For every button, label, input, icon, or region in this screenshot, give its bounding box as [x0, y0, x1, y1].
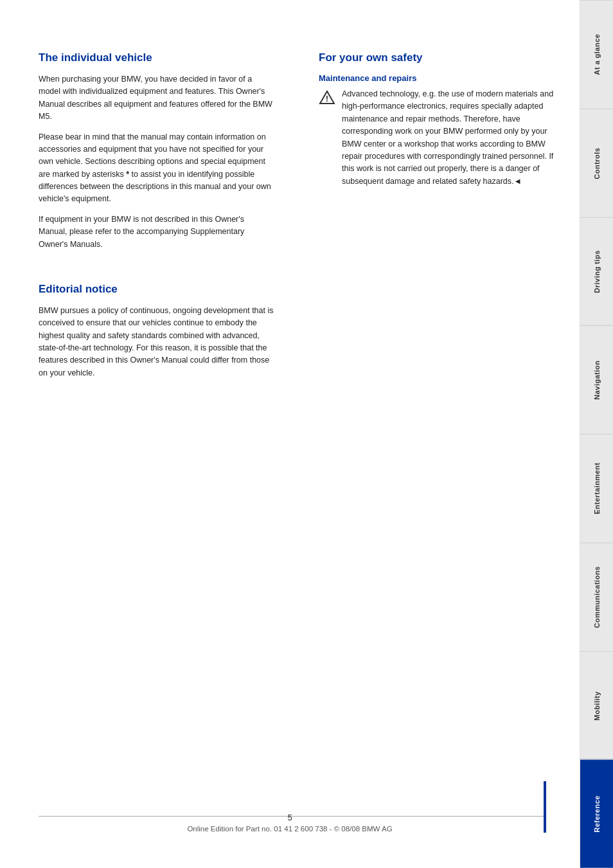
sidebar-tab-entertainment[interactable]: Entertainment — [580, 434, 613, 543]
warning-text: Advanced technology, e.g. the use of mod… — [342, 88, 554, 188]
editorial-notice-para1: BMW pursues a policy of continuous, ongo… — [39, 305, 274, 379]
right-column: For your own safety Maintenance and repa… — [312, 51, 554, 387]
asterisk-symbol: * — [126, 170, 129, 179]
footer-text: Online Edition for Part no. 01 41 2 600 … — [0, 825, 580, 833]
page-footer: 5 Online Edition for Part no. 01 41 2 60… — [0, 813, 580, 833]
individual-vehicle-para2: Please bear in mind that the manual may … — [39, 131, 274, 206]
individual-vehicle-para3: If equipment in your BMW is not describe… — [39, 213, 274, 251]
svg-text:!: ! — [326, 94, 328, 104]
individual-vehicle-para1: When purchasing your BMW, you have decid… — [39, 73, 274, 123]
left-column: The individual vehicle When purchasing y… — [39, 51, 287, 387]
safety-section-title: For your own safety — [319, 51, 554, 64]
sidebar-tab-communications[interactable]: Communications — [580, 543, 613, 651]
maintenance-repairs-subtitle: Maintenance and repairs — [319, 73, 554, 83]
editorial-notice-title: Editorial notice — [39, 283, 274, 296]
warning-triangle-icon: ! — [319, 89, 335, 106]
sidebar-tab-driving-tips[interactable]: Driving tips — [580, 217, 613, 326]
sidebar-tab-mobility[interactable]: Mobility — [580, 651, 613, 760]
page-number: 5 — [0, 813, 580, 822]
warning-box: ! Advanced technology, e.g. the use of m… — [319, 88, 554, 188]
sidebar-tab-navigation[interactable]: Navigation — [580, 325, 613, 434]
two-column-layout: The individual vehicle When purchasing y… — [39, 51, 554, 387]
sidebar-tab-controls[interactable]: Controls — [580, 109, 613, 217]
sidebar: At a glance Controls Driving tips Naviga… — [580, 0, 613, 868]
editorial-notice-section: Editorial notice BMW pursues a policy of… — [39, 283, 274, 379]
blue-accent-bar — [544, 781, 546, 833]
individual-vehicle-section: The individual vehicle When purchasing y… — [39, 51, 274, 251]
safety-section: For your own safety Maintenance and repa… — [319, 51, 554, 188]
main-content: The individual vehicle When purchasing y… — [0, 0, 580, 868]
individual-vehicle-title: The individual vehicle — [39, 51, 274, 64]
sidebar-tab-at-a-glance[interactable]: At a glance — [580, 0, 613, 109]
sidebar-tab-reference[interactable]: Reference — [580, 759, 613, 868]
